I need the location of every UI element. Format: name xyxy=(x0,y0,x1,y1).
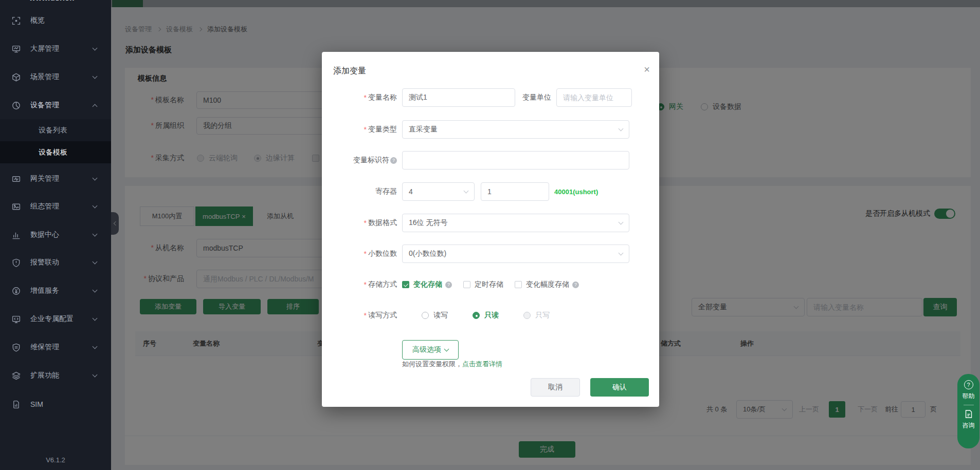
sidebar: www.usr.cn 概览 大屏管理 场景管理 设备管理 设备列表 设备模板 网… xyxy=(0,0,111,470)
sidebar-item-label: SIM xyxy=(30,400,43,408)
code-screen-icon xyxy=(12,315,21,324)
sidebar-item-device-list[interactable]: 设备列表 xyxy=(0,119,111,141)
sidebar-item-label: 维保管理 xyxy=(30,343,59,352)
alarm-icon xyxy=(12,258,21,267)
variable-identifier-input[interactable] xyxy=(402,151,629,170)
float-help-widget: ? 帮助 咨询 xyxy=(957,374,979,448)
rw-mode-label: *读写方式 xyxy=(329,311,397,320)
sidebar-item-maintenance[interactable]: 维保管理 xyxy=(0,333,111,361)
register-hint: 40001(ushort) xyxy=(554,188,598,196)
app-version: V6.1.2 xyxy=(0,456,111,464)
variable-unit-input[interactable] xyxy=(556,88,632,107)
sidebar-item-vas[interactable]: 增值服务 xyxy=(0,277,111,305)
sidebar-item-label: 组态管理 xyxy=(30,202,59,211)
variable-name-label: *变量名称 xyxy=(329,93,397,102)
advanced-options-button[interactable]: 高级选项 xyxy=(402,340,459,360)
variable-identifier-label: 变量标识符? xyxy=(329,156,397,165)
chevron-down-icon xyxy=(93,74,98,79)
image-icon xyxy=(12,202,21,211)
register-address-input[interactable] xyxy=(481,182,549,201)
sim-card-icon xyxy=(12,400,21,409)
variable-type-label: *变量类型 xyxy=(329,125,397,134)
modal-title: 添加变量 xyxy=(333,66,366,77)
sidebar-item-sim[interactable]: SIM xyxy=(0,390,111,418)
amplitude-storage-checkbox[interactable] xyxy=(515,281,522,288)
sidebar-item-bigscreen[interactable]: 大屏管理 xyxy=(0,35,111,63)
read-write-label: 读写 xyxy=(433,311,448,320)
data-format-label: *数据格式 xyxy=(329,218,397,228)
read-only-radio[interactable] xyxy=(473,312,480,319)
add-variable-modal: 添加变量 × *变量名称 变量单位 *变量类型 直采变量 变量标识符? 寄存器 … xyxy=(322,52,659,407)
sidebar-item-label: 增值服务 xyxy=(30,286,59,295)
help-icon[interactable]: ? xyxy=(445,281,452,288)
amplitude-storage-label: 变化幅度存储 xyxy=(526,280,569,289)
chevron-down-icon xyxy=(93,259,98,265)
chevron-down-icon xyxy=(93,176,98,181)
variable-name-input[interactable] xyxy=(402,88,515,107)
sidebar-item-device-template[interactable]: 设备模板 xyxy=(0,141,111,163)
sidebar-item-label: 概览 xyxy=(30,16,45,25)
chevron-down-icon xyxy=(93,372,98,378)
help-icon[interactable]: ? xyxy=(572,281,579,288)
chevron-down-icon xyxy=(93,344,98,349)
chevron-down-icon xyxy=(464,188,469,193)
permission-detail-link[interactable]: 点击查看详情 xyxy=(462,360,502,368)
data-format-select[interactable]: 16位 无符号 xyxy=(402,214,629,232)
chevron-down-icon xyxy=(619,250,624,255)
sidebar-item-extend[interactable]: 扩展功能 xyxy=(0,362,111,389)
yuan-circle-icon xyxy=(12,287,21,295)
document-icon[interactable] xyxy=(964,409,973,419)
shield-icon xyxy=(12,343,21,352)
sidebar-item-enterprise[interactable]: 企业专属配置 xyxy=(0,305,111,333)
change-storage-checkbox[interactable] xyxy=(402,281,409,288)
variable-unit-label: 变量单位 xyxy=(522,93,551,102)
sidebar-item-device[interactable]: 设备管理 xyxy=(0,91,111,119)
sidebar-submenu-device: 设备列表 设备模板 xyxy=(0,119,111,163)
overview-icon xyxy=(12,16,21,25)
consult-button[interactable]: 咨询 xyxy=(963,421,975,430)
cancel-button[interactable]: 取消 xyxy=(531,378,580,397)
permission-hint: 如何设置变量权限，点击查看详情 xyxy=(402,360,502,369)
widget-divider xyxy=(964,405,974,405)
chevron-down-icon xyxy=(444,346,449,351)
chevron-down-icon xyxy=(619,126,624,131)
app-root: www.usr.cn 概览 大屏管理 场景管理 设备管理 设备列表 设备模板 网… xyxy=(0,0,980,470)
bar-chart-icon xyxy=(12,231,21,239)
read-only-label: 只读 xyxy=(484,311,499,320)
decimal-select[interactable]: 0(小数位数) xyxy=(402,245,629,263)
question-circle-icon[interactable]: ? xyxy=(964,380,973,389)
variable-type-select[interactable]: 直采变量 xyxy=(402,120,629,139)
chevron-down-icon xyxy=(93,316,98,321)
sidebar-item-overview[interactable]: 概览 xyxy=(0,7,111,34)
chevron-down-icon xyxy=(93,203,98,209)
sidebar-item-label: 场景管理 xyxy=(30,72,59,82)
sidebar-item-alarm[interactable]: 报警联动 xyxy=(0,249,111,276)
cube-icon xyxy=(12,73,21,82)
gateway-icon xyxy=(12,175,21,183)
screen-icon xyxy=(12,45,21,53)
sidebar-item-datacenter[interactable]: 数据中心 xyxy=(0,221,111,249)
storage-label: *存储方式 xyxy=(329,280,397,289)
confirm-button[interactable]: 确认 xyxy=(590,378,649,397)
write-only-label: 只写 xyxy=(535,311,550,320)
register-type-select[interactable]: 4 xyxy=(402,182,475,201)
sidebar-item-label: 企业专属配置 xyxy=(30,314,74,324)
sidebar-item-scene[interactable]: 场景管理 xyxy=(0,63,111,91)
change-storage-label: 变化存储 xyxy=(413,280,442,289)
sidebar-item-gateway[interactable]: 网关管理 xyxy=(0,165,111,193)
pie-icon xyxy=(12,101,21,110)
chevron-down-icon xyxy=(93,288,98,293)
sidebar-item-scada[interactable]: 组态管理 xyxy=(0,193,111,220)
sidebar-item-label: 报警联动 xyxy=(30,258,59,267)
layers-icon xyxy=(12,371,21,380)
sidebar-item-label: 设备管理 xyxy=(30,101,59,110)
help-button[interactable]: 帮助 xyxy=(963,392,975,401)
decimal-label: *小数位数 xyxy=(329,249,397,258)
chevron-up-icon xyxy=(93,104,98,109)
help-icon[interactable]: ? xyxy=(390,157,397,164)
logo[interactable]: www.usr.cn xyxy=(29,0,75,2)
close-icon[interactable]: × xyxy=(644,64,650,74)
read-write-radio[interactable] xyxy=(422,312,429,319)
write-only-radio[interactable] xyxy=(523,312,531,319)
timed-storage-checkbox[interactable] xyxy=(463,281,470,288)
